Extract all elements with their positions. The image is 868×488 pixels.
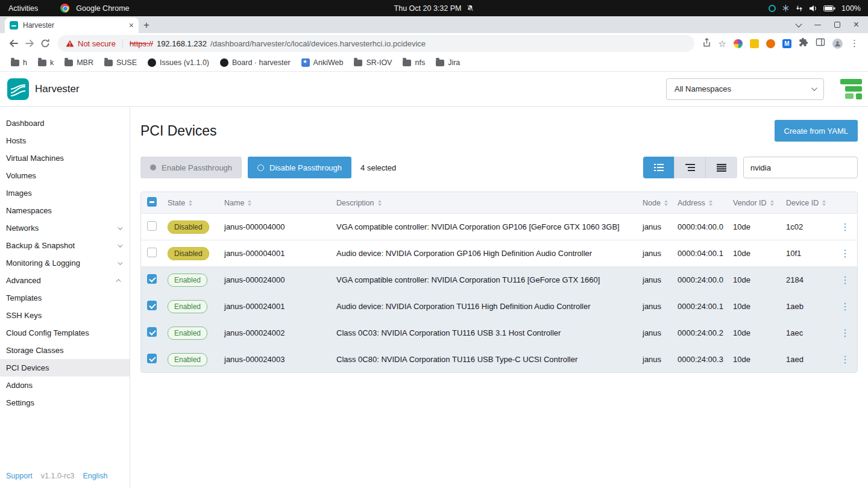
list-view-button[interactable] <box>643 157 675 178</box>
extension-pinwheel-icon[interactable] <box>734 39 743 48</box>
clock-menu[interactable]: Thu Oct 20 3:32 PM <box>394 4 474 13</box>
sidebar-item-virtual-machines[interactable]: Virtual Machines <box>0 149 130 167</box>
focused-app-name[interactable]: Google Chrome <box>76 4 129 13</box>
search-input[interactable] <box>743 157 858 178</box>
row-checkbox[interactable] <box>147 354 157 363</box>
sidebar-item-backup-snapshot[interactable]: Backup & Snapshot <box>0 237 130 254</box>
folder-icon <box>436 60 444 66</box>
column-header-node[interactable]: Node <box>638 199 673 207</box>
device-node: janus <box>638 222 673 231</box>
profile-avatar[interactable] <box>832 39 843 49</box>
network-icon <box>796 5 803 12</box>
support-link[interactable]: Support <box>6 472 33 480</box>
column-header-device-id[interactable]: Device ID <box>781 199 833 207</box>
chevron-icon <box>118 242 122 247</box>
sidebar-item-monitoring-logging[interactable]: Monitoring & Logging <box>0 254 130 272</box>
row-actions-menu-icon[interactable]: ⋮ <box>840 355 850 364</box>
address-bar[interactable]: Not secure https://192.168.1.232/dashboa… <box>58 35 694 52</box>
sidebar-item-hosts[interactable]: Hosts <box>0 132 130 149</box>
row-checkbox[interactable] <box>147 327 157 337</box>
flat-view-button[interactable] <box>706 157 737 178</box>
table-row: Disabled janus-000004001 Audio device: N… <box>141 240 857 266</box>
sidebar-item-pci-devices[interactable]: PCI Devices <box>0 359 130 377</box>
sidebar-item-addons[interactable]: Addons <box>0 377 130 394</box>
new-tab-button[interactable]: + <box>139 17 154 33</box>
system-tray[interactable]: 100% <box>769 4 868 13</box>
sidebar-item-templates[interactable]: Templates <box>0 289 130 307</box>
sidebar-item-namespaces[interactable]: Namespaces <box>0 202 130 219</box>
bookmark-item[interactable]: h <box>6 57 32 69</box>
column-header-description[interactable]: Description <box>332 199 638 207</box>
chevron-down-icon <box>811 85 817 91</box>
side-panel-icon[interactable] <box>816 37 825 49</box>
namespace-select[interactable]: All Namespaces <box>666 78 824 100</box>
column-header-vendor-id[interactable]: Vendor ID <box>728 199 781 207</box>
close-window-button[interactable]: × <box>854 20 859 30</box>
sidebar-item-networks[interactable]: Networks <box>0 219 130 237</box>
row-actions-menu-icon[interactable]: ⋮ <box>840 249 850 258</box>
bookmark-star-icon[interactable]: ☆ <box>719 39 726 48</box>
browser-menu-kebab-icon[interactable]: ⋮ <box>850 38 859 49</box>
select-all-checkbox[interactable] <box>147 197 157 207</box>
extension-yellow-icon[interactable] <box>750 39 759 48</box>
device-address: 0000:24:00.2 <box>673 328 728 337</box>
row-actions-menu-icon[interactable]: ⋮ <box>840 275 850 285</box>
extension-orange-icon[interactable] <box>766 39 775 48</box>
minimize-button[interactable] <box>814 25 821 25</box>
url-host: 192.168.1.232 <box>157 39 207 48</box>
bookmark-label: h <box>23 58 27 67</box>
device-device-id: 10f1 <box>781 249 833 258</box>
sort-icon <box>378 200 382 206</box>
bookmark-item[interactable]: nfs <box>398 57 430 69</box>
share-icon[interactable] <box>702 38 711 49</box>
device-address: 0000:24:00.3 <box>673 355 728 364</box>
row-actions-menu-icon[interactable]: ⋮ <box>840 222 850 232</box>
bookmark-item[interactable]: AnkiWeb <box>297 57 348 69</box>
bookmark-item[interactable]: SUSE <box>99 57 142 69</box>
sidebar-item-volumes[interactable]: Volumes <box>0 167 130 184</box>
tab-close-icon[interactable]: × <box>129 21 134 30</box>
extension-m-icon[interactable]: M <box>782 39 791 48</box>
row-actions-menu-icon[interactable]: ⋮ <box>840 328 850 338</box>
row-checkbox[interactable] <box>147 248 157 257</box>
bookmark-item[interactable]: MBR <box>60 57 98 69</box>
browser-tab-harvester[interactable]: Harvester × <box>5 17 139 33</box>
sidebar-item-images[interactable]: Images <box>0 184 130 202</box>
enable-passthrough-button[interactable]: Enable Passthrough <box>140 157 242 178</box>
state-badge: Enabled <box>168 274 207 287</box>
back-button[interactable] <box>6 36 22 51</box>
sidebar-item-cloud-config-templates[interactable]: Cloud Config Templates <box>0 324 130 342</box>
row-actions-menu-icon[interactable]: ⋮ <box>840 302 850 311</box>
row-checkbox[interactable] <box>147 221 157 231</box>
create-from-yaml-button[interactable]: Create from YAML <box>775 120 858 142</box>
row-checkbox[interactable] <box>147 301 157 310</box>
namespace-value: All Namespaces <box>675 84 731 93</box>
grouped-view-button[interactable] <box>675 157 706 178</box>
device-address: 0000:24:00.1 <box>673 302 728 311</box>
bookmark-label: Issues (v1.1.0) <box>160 58 209 67</box>
sidebar-item-advanced[interactable]: Advanced <box>0 272 130 289</box>
sidebar-item-storage-classes[interactable]: Storage Classes <box>0 342 130 359</box>
bookmark-item[interactable]: Board · harvester <box>215 57 295 69</box>
sidebar-item-dashboard[interactable]: Dashboard <box>0 114 130 132</box>
column-header-state[interactable]: State <box>163 199 219 207</box>
bookmark-item[interactable]: Issues (v1.1.0) <box>143 57 214 69</box>
view-toggle-group <box>643 157 737 178</box>
extensions-puzzle-icon[interactable] <box>799 37 808 49</box>
reload-button[interactable] <box>37 36 53 51</box>
bookmark-item[interactable]: SR-IOV <box>349 57 397 69</box>
bookmark-item[interactable]: k <box>33 57 58 69</box>
disable-passthrough-button[interactable]: Disable Passthrough <box>248 157 351 178</box>
sort-icon <box>248 200 251 206</box>
maximize-button[interactable] <box>834 22 840 28</box>
bookmark-item[interactable]: Jira <box>431 57 465 69</box>
activities-button[interactable]: Activities <box>8 4 38 13</box>
sidebar-item-ssh-keys[interactable]: SSH Keys <box>0 307 130 324</box>
tab-search-chevron-icon[interactable] <box>795 20 802 27</box>
sidebar-item-settings[interactable]: Settings <box>0 394 130 411</box>
column-header-name[interactable]: Name <box>219 199 332 207</box>
forward-button[interactable] <box>22 36 37 51</box>
column-header-address[interactable]: Address <box>673 199 728 207</box>
row-checkbox[interactable] <box>147 274 157 284</box>
language-link[interactable]: English <box>83 472 107 480</box>
